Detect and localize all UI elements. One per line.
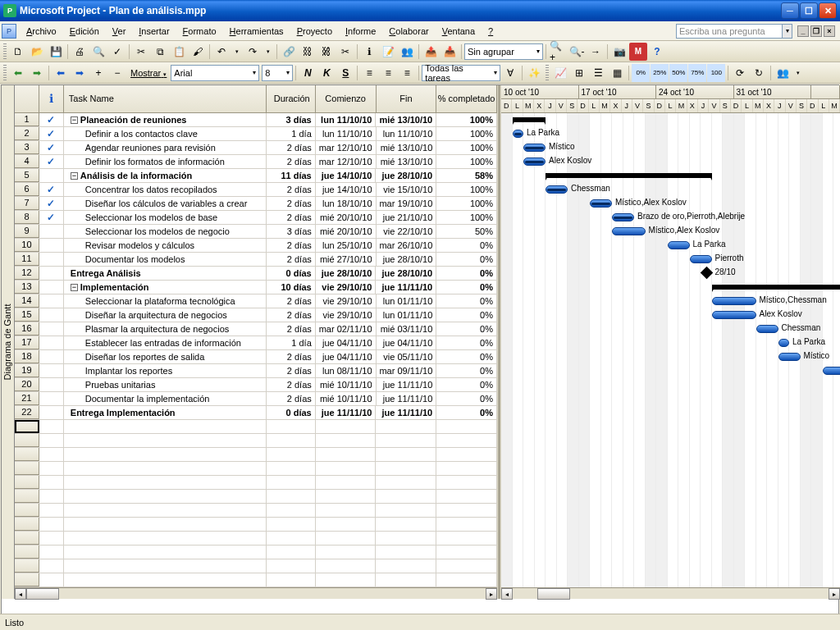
pct-50-icon[interactable]: 50%	[669, 64, 687, 82]
task-name-cell[interactable]: Diseñar los reportes de salida	[64, 350, 267, 363]
goto-task-icon[interactable]: →	[587, 43, 605, 61]
dur-cell[interactable]: 1 día	[267, 127, 316, 140]
task-name-cell[interactable]: Entrega Implementación	[64, 406, 267, 419]
day-header[interactable]: D	[655, 99, 665, 112]
table-row[interactable]: 6✓Concentrar los datos recopilados2 días…	[15, 183, 497, 197]
paste-icon[interactable]: 📋	[170, 43, 188, 61]
task-information-icon[interactable]: ℹ	[360, 43, 378, 61]
day-header[interactable]: J	[774, 99, 785, 112]
menu-colaborar[interactable]: Colaborar	[382, 24, 435, 39]
table-row[interactable]: 2✓Definir a los contactos clave1 díalun …	[15, 127, 497, 141]
dur-cell[interactable]: 2 días	[267, 294, 316, 308]
table-row[interactable]: 19Implantar los reportes2 díaslun 08/11/…	[15, 364, 497, 378]
pct-cell[interactable]: 0%	[436, 239, 497, 252]
task-bar[interactable]	[823, 367, 841, 375]
task-name-cell[interactable]: Definir los formatos de información	[64, 155, 267, 168]
maximize-button[interactable]: ☐	[800, 2, 818, 19]
col-start[interactable]: Comienzo	[316, 85, 377, 112]
start-cell[interactable]: vie 29/10/10	[316, 281, 377, 294]
day-header[interactable]: L	[819, 99, 829, 112]
task-name-cell[interactable]: −Planeación de reuniones	[64, 113, 267, 126]
task-name-cell[interactable]: Documentar la implementación	[64, 392, 267, 405]
row-header[interactable]	[15, 434, 39, 447]
pct-cell[interactable]: 0%	[436, 392, 497, 405]
view-bar[interactable]: Diagrama de Gantt	[2, 85, 15, 599]
col-indicator[interactable]: ℹ	[39, 85, 64, 112]
autofilter-icon[interactable]: ∀	[501, 64, 519, 82]
pct-25-icon[interactable]: 25%	[651, 64, 669, 82]
milestone-icon[interactable]	[701, 267, 714, 280]
gantt-wizard-icon[interactable]: ✨	[525, 64, 543, 82]
table-row[interactable]: 15Diseñar la arquitectura de negocios2 d…	[15, 308, 497, 322]
dur-cell[interactable]: 2 días	[267, 183, 316, 196]
row-header[interactable]: 2	[15, 127, 39, 140]
group-by-combo[interactable]: Sin agrupar▾	[464, 43, 543, 60]
copy-picture-icon[interactable]: 📷	[610, 43, 628, 61]
menu-informe[interactable]: Informe	[339, 24, 382, 39]
start-cell[interactable]: mar 12/10/10	[316, 141, 377, 154]
day-header[interactable]: S	[797, 99, 807, 112]
table-row[interactable]: 21Documentar la implementación2 díasmié …	[15, 392, 497, 406]
task-bar[interactable]	[612, 227, 646, 235]
task-name-cell[interactable]: Agendar reuniones para revisión	[64, 141, 267, 154]
gantt-chart[interactable]: 10 oct '1017 oct '1024 oct '1031 oct '10…	[501, 85, 840, 587]
pert-icon[interactable]: ⊞	[570, 64, 588, 82]
row-header[interactable]	[15, 504, 39, 517]
table-row[interactable]: 1✓−Planeación de reuniones3 díaslun 11/1…	[15, 113, 497, 127]
font-combo[interactable]: Arial▾	[171, 65, 259, 81]
pct-0-icon[interactable]: 0%	[632, 64, 650, 82]
nav-back-icon[interactable]: ⬅	[9, 64, 27, 82]
gantt-row[interactable]: Alex Koslov	[501, 308, 840, 322]
show-outline-button[interactable]: Mostrar ▾	[127, 68, 170, 78]
end-cell[interactable]: jue 21/10/10	[377, 211, 437, 224]
task-name-cell[interactable]: Concentrar los datos recopilados	[64, 183, 267, 196]
align-center-icon[interactable]: ≡	[379, 64, 397, 82]
row-header[interactable]: 13	[15, 281, 39, 294]
day-header[interactable]: S	[567, 99, 578, 112]
indent-icon[interactable]: ➡	[71, 64, 89, 82]
table-row[interactable]	[15, 573, 497, 587]
row-header[interactable]: 15	[15, 308, 39, 322]
unlink-tasks-icon[interactable]: ⛓̸	[317, 43, 336, 61]
day-header[interactable]: D	[501, 99, 512, 112]
dur-cell[interactable]: 3 días	[267, 113, 316, 126]
pct-cell[interactable]: 0%	[436, 336, 497, 349]
task-name-cell[interactable]: Documentar los modelos	[64, 253, 267, 266]
gantt-row[interactable]: Chessman	[501, 322, 840, 336]
start-cell[interactable]: mar 02/11/10	[316, 322, 377, 336]
week-header[interactable]: 31 oct '10	[734, 85, 812, 98]
gantt-row[interactable]: Místico,Alex Koslov	[501, 225, 840, 239]
task-name-cell[interactable]: Implantar los reportes	[64, 364, 267, 377]
table-row[interactable]: 13−Implementación10 díasvie 29/10/10jue …	[15, 281, 497, 294]
gantt-row[interactable]	[501, 281, 840, 294]
align-right-icon[interactable]: ≡	[398, 64, 416, 82]
row-header[interactable]: 1	[15, 113, 39, 126]
task-name-cell[interactable]: Diseñar la arquitectura de negocios	[64, 308, 267, 322]
table-row[interactable]: 16Plasmar la arquitectura de negocios2 d…	[15, 322, 497, 336]
assign-resources-icon[interactable]: 👥	[398, 43, 416, 61]
gantt-row[interactable]: 28/10	[501, 267, 840, 281]
pct-cell[interactable]: 0%	[436, 281, 497, 294]
task-name-cell[interactable]: Entrega Análisis	[64, 267, 267, 280]
dur-cell[interactable]: 2 días	[267, 253, 316, 266]
day-header[interactable]: M	[829, 99, 840, 112]
end-cell[interactable]: mié 13/10/10	[377, 141, 437, 154]
collapse-icon[interactable]: −	[71, 172, 78, 180]
pct-75-icon[interactable]: 75%	[688, 64, 706, 82]
row-header[interactable]	[15, 518, 39, 531]
day-header[interactable]: M	[600, 99, 610, 112]
end-cell[interactable]: lun 01/11/10	[377, 294, 437, 308]
end-cell[interactable]: mié 03/11/10	[377, 322, 437, 336]
day-header[interactable]: M	[676, 99, 687, 112]
task-name-cell[interactable]: −Implementación	[64, 281, 267, 294]
pct-cell[interactable]: 100%	[436, 155, 497, 168]
row-header[interactable]: 17	[15, 336, 39, 349]
table-row[interactable]	[15, 448, 497, 462]
row-header[interactable]: 21	[15, 392, 39, 405]
gantt-row[interactable]: Místico,Alex Koslov	[501, 197, 840, 211]
end-cell[interactable]: mar 19/10/10	[377, 197, 437, 210]
day-header[interactable]: D	[731, 99, 742, 112]
day-header[interactable]: J	[622, 99, 632, 112]
day-header[interactable]: L	[589, 99, 600, 112]
start-cell[interactable]: lun 08/11/10	[316, 364, 377, 377]
